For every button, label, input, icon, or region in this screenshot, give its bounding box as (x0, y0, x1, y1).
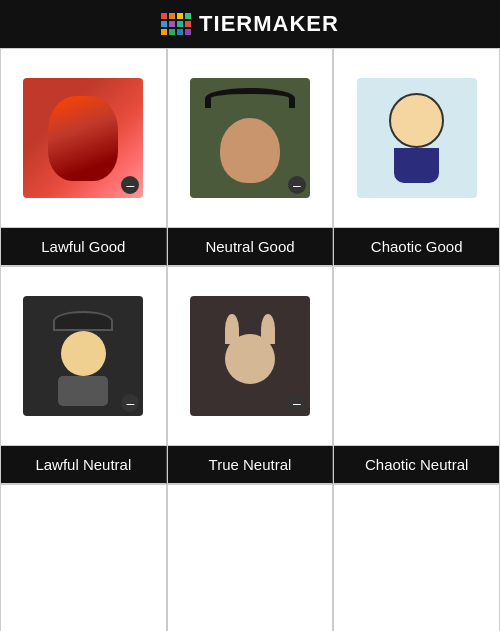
logo-cell (177, 13, 183, 19)
char-shape (46, 311, 121, 401)
chaotic-good-label: Chaotic Good (371, 238, 463, 255)
lawful-neutral-label: Lawful Neutral (35, 456, 131, 473)
logo-cell (185, 29, 191, 35)
logo-cell (169, 21, 175, 27)
bunny-shape (215, 314, 285, 399)
remove-icon[interactable] (288, 394, 306, 412)
neutral-good-label-cell: Neutral Good (167, 228, 334, 266)
chaotic-evil-image-cell (333, 484, 500, 631)
lawful-evil-image-cell (0, 484, 167, 631)
chaotic-good-image-cell (333, 48, 500, 228)
logo-cell (185, 21, 191, 27)
lawful-good-label: Lawful Good (41, 238, 125, 255)
true-neutral-label-cell: True Neutral (167, 446, 334, 484)
ear-right (261, 314, 275, 344)
chaotic-neutral-image-cell (333, 266, 500, 446)
chaotic-good-image (357, 78, 477, 198)
lawful-good-image-cell (0, 48, 167, 228)
logo-cell (161, 29, 167, 35)
neutral-good-label: Neutral Good (205, 238, 294, 255)
app-header: TiERMaKER (0, 0, 500, 48)
face2-shape (61, 331, 106, 376)
logo-cell (169, 29, 175, 35)
character-shape (377, 93, 457, 183)
logo-cell (161, 21, 167, 27)
true-neutral-image-cell (167, 266, 334, 446)
true-neutral-image (190, 296, 310, 416)
app-title: TiERMaKER (199, 11, 339, 37)
body2-shape (58, 376, 108, 406)
headphones-shape (205, 88, 295, 108)
remove-icon[interactable] (121, 176, 139, 194)
logo-cell (169, 13, 175, 19)
chaotic-neutral-label: Chaotic Neutral (365, 456, 468, 473)
neutral-evil-image-cell (167, 484, 334, 631)
logo-cell (177, 21, 183, 27)
lawful-good-image (23, 78, 143, 198)
neutral-good-image-cell (167, 48, 334, 228)
lawful-neutral-label-cell: Lawful Neutral (0, 446, 167, 484)
lawful-neutral-image (23, 296, 143, 416)
logo-grid-icon (161, 13, 191, 35)
chaotic-neutral-label-cell: Chaotic Neutral (333, 446, 500, 484)
chaotic-good-label-cell: Chaotic Good (333, 228, 500, 266)
face-shape (220, 118, 280, 183)
alignment-grid: Lawful Good Neutral Good Chaotic Good (0, 48, 500, 631)
remove-icon[interactable] (121, 394, 139, 412)
character-face (48, 96, 118, 181)
logo-container: TiERMaKER (161, 11, 339, 37)
logo-cell (185, 13, 191, 19)
ear-left (225, 314, 239, 344)
head-shape (389, 93, 444, 148)
lawful-neutral-image-cell (0, 266, 167, 446)
hat-shape (53, 311, 113, 331)
true-neutral-label: True Neutral (209, 456, 292, 473)
lawful-good-label-cell: Lawful Good (0, 228, 167, 266)
neutral-good-image (190, 78, 310, 198)
logo-cell (161, 13, 167, 19)
remove-icon[interactable] (288, 176, 306, 194)
body-shape (394, 148, 439, 183)
logo-cell (177, 29, 183, 35)
